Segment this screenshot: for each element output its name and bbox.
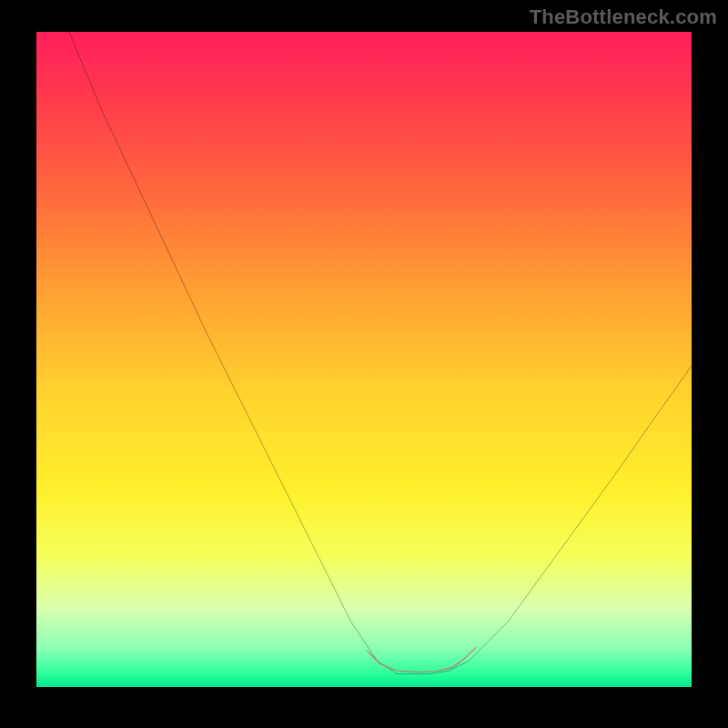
watermark-text: TheBottleneck.com	[530, 5, 717, 29]
chart-frame: TheBottleneck.com	[0, 0, 728, 728]
bottleneck-curve-path	[69, 32, 692, 674]
plot-area	[36, 32, 692, 687]
curve-svg	[36, 32, 692, 687]
bottom-highlight-path	[368, 648, 476, 672]
